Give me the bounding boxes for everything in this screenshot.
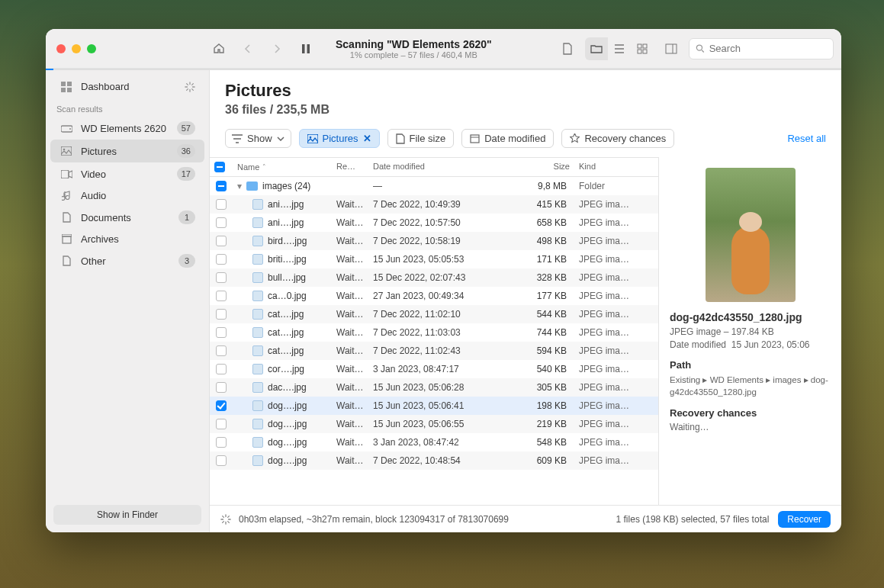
row-date: 7 Dec 2022, 10:48:54	[368, 455, 490, 466]
chip-recovery[interactable]: Recovery chances	[561, 129, 674, 148]
table-row[interactable]: ani….jpgWaiti…7 Dec 2022, 10:57:50658 KB…	[210, 214, 658, 232]
row-size: 219 KB	[490, 419, 574, 429]
row-checkbox[interactable]	[216, 400, 227, 411]
table-row[interactable]: dac….jpgWaiti…15 Jun 2023, 05:06:28305 K…	[210, 378, 658, 397]
svg-point-23	[69, 128, 71, 130]
row-checkbox[interactable]	[216, 419, 227, 429]
audio-icon	[59, 191, 73, 201]
table-row[interactable]: ani….jpgWaiti…7 Dec 2022, 10:49:39415 KB…	[210, 195, 658, 214]
row-checkbox[interactable]	[216, 291, 227, 301]
table-row[interactable]: ca…0.jpgWaiti…27 Jan 2023, 00:49:34177 K…	[210, 287, 658, 305]
row-checkbox[interactable]	[216, 455, 227, 466]
table-row[interactable]: cat….jpgWaiti…7 Dec 2022, 11:02:43594 KB…	[210, 342, 658, 360]
sidebar-item-pictures[interactable]: Pictures36	[50, 140, 204, 162]
disclosure-icon[interactable]: ▾	[237, 181, 242, 191]
row-size: 498 KB	[490, 236, 574, 246]
svg-line-19	[192, 88, 194, 90]
table-row[interactable]: bull….jpgWaiti…15 Dec 2022, 02:07:43328 …	[210, 268, 658, 287]
reset-filters[interactable]: Reset all	[787, 133, 826, 144]
row-checkbox[interactable]	[216, 345, 227, 356]
row-checkbox[interactable]	[216, 309, 227, 320]
close-button[interactable]	[56, 44, 66, 53]
svg-point-30	[309, 136, 311, 138]
row-date: 15 Jun 2023, 05:06:55	[368, 419, 490, 429]
folder-row[interactable]: ▾images (24)—9,8 MBFolder	[210, 177, 658, 195]
row-name: dog….jpg	[268, 400, 307, 411]
row-date: 7 Dec 2022, 10:57:50	[368, 217, 490, 228]
pause-button[interactable]	[294, 37, 317, 60]
file-icon	[252, 437, 263, 448]
col-recovery[interactable]: Re…es	[332, 162, 368, 172]
chip-pictures[interactable]: Pictures ✕	[299, 129, 380, 148]
col-date[interactable]: Date modified	[368, 162, 490, 172]
col-kind[interactable]: Kind	[574, 162, 643, 172]
svg-rect-31	[471, 135, 479, 143]
sidebar-item-label: Video	[81, 169, 169, 180]
file-icon	[252, 254, 263, 265]
row-checkbox[interactable]	[216, 254, 227, 265]
col-check[interactable]	[210, 162, 233, 172]
row-name: dac….jpg	[268, 382, 307, 393]
maximize-button[interactable]	[87, 44, 96, 53]
row-checkbox[interactable]	[216, 382, 227, 393]
sidebar-item-wd-elements-2620[interactable]: WD Elements 262057	[50, 117, 204, 140]
sidebar-item-video[interactable]: Video17	[50, 162, 204, 185]
row-name: dog….jpg	[268, 455, 307, 466]
show-menu[interactable]: Show	[225, 129, 291, 148]
col-size[interactable]: Size	[490, 162, 574, 172]
minimize-button[interactable]	[72, 44, 81, 53]
svg-rect-13	[67, 88, 72, 92]
svg-rect-11	[67, 82, 72, 86]
view-grid-button[interactable]	[631, 37, 654, 60]
file-icon	[396, 133, 405, 144]
table-row[interactable]: dog….jpgWaiti…15 Jun 2023, 05:06:55219 K…	[210, 415, 658, 433]
row-status: Waiti…	[332, 236, 368, 246]
table-row[interactable]: cat….jpgWaiti…7 Dec 2022, 11:03:03744 KB…	[210, 323, 658, 342]
table-row[interactable]: dog….jpgWaiti…7 Dec 2022, 10:48:54609 KB…	[210, 451, 658, 470]
sidebar-item-badge: 57	[177, 121, 195, 135]
sidebar-dashboard[interactable]: Dashboard	[50, 76, 204, 97]
sidebar-item-other[interactable]: Other3	[50, 249, 204, 272]
toggle-sidebar-button[interactable]	[660, 37, 683, 60]
row-checkbox[interactable]	[216, 437, 227, 448]
sidebar-item-documents[interactable]: Documents1	[50, 206, 204, 229]
calendar-icon	[470, 133, 480, 143]
search-field[interactable]	[689, 38, 834, 59]
recover-button[interactable]: Recover	[778, 511, 831, 528]
row-kind: JPEG ima…	[574, 199, 643, 210]
sidebar-item-archives[interactable]: Archives	[50, 229, 204, 249]
select-all-checkbox[interactable]	[214, 162, 225, 172]
page-title: Pictures	[225, 81, 826, 101]
row-checkbox[interactable]	[216, 181, 227, 191]
table-row[interactable]: dog….jpgWaiti…3 Jan 2023, 08:47:42548 KB…	[210, 433, 658, 451]
row-checkbox[interactable]	[216, 236, 227, 246]
row-checkbox[interactable]	[216, 217, 227, 228]
col-name[interactable]: Name ˄	[233, 162, 332, 172]
show-in-finder-button[interactable]: Show in Finder	[53, 505, 201, 525]
table-row[interactable]: bird….jpgWaiti…7 Dec 2022, 10:58:19498 K…	[210, 232, 658, 250]
back-button[interactable]	[236, 37, 259, 60]
chip-file-size[interactable]: File size	[387, 129, 455, 148]
new-file-button[interactable]	[556, 37, 579, 60]
row-checkbox[interactable]	[216, 272, 227, 283]
table-row[interactable]: briti….jpgWaiti…15 Jun 2023, 05:05:53171…	[210, 250, 658, 268]
search-input[interactable]	[709, 43, 827, 54]
forward-button[interactable]	[265, 37, 288, 60]
svg-line-20	[187, 88, 188, 90]
row-checkbox[interactable]	[216, 364, 227, 374]
sidebar-item-audio[interactable]: Audio	[50, 185, 204, 206]
file-icon	[252, 291, 263, 301]
chip-pictures-remove[interactable]: ✕	[363, 133, 371, 144]
row-checkbox[interactable]	[216, 327, 227, 338]
row-size: 544 KB	[490, 309, 574, 320]
row-checkbox[interactable]	[216, 199, 227, 210]
table-row[interactable]: cat….jpgWaiti…7 Dec 2022, 11:02:10544 KB…	[210, 305, 658, 323]
row-status: Waiti…	[332, 327, 368, 338]
chip-date-modified[interactable]: Date modified	[461, 129, 554, 148]
table-row[interactable]: dog….jpgWaiti…15 Jun 2023, 05:06:41198 K…	[210, 397, 658, 415]
view-list-button[interactable]	[608, 37, 631, 60]
home-button[interactable]	[207, 37, 230, 60]
details-recovery-value: Waiting…	[670, 422, 831, 432]
view-folders-button[interactable]	[585, 37, 608, 60]
table-row[interactable]: cor….jpgWaiti…3 Jan 2023, 08:47:17540 KB…	[210, 360, 658, 378]
